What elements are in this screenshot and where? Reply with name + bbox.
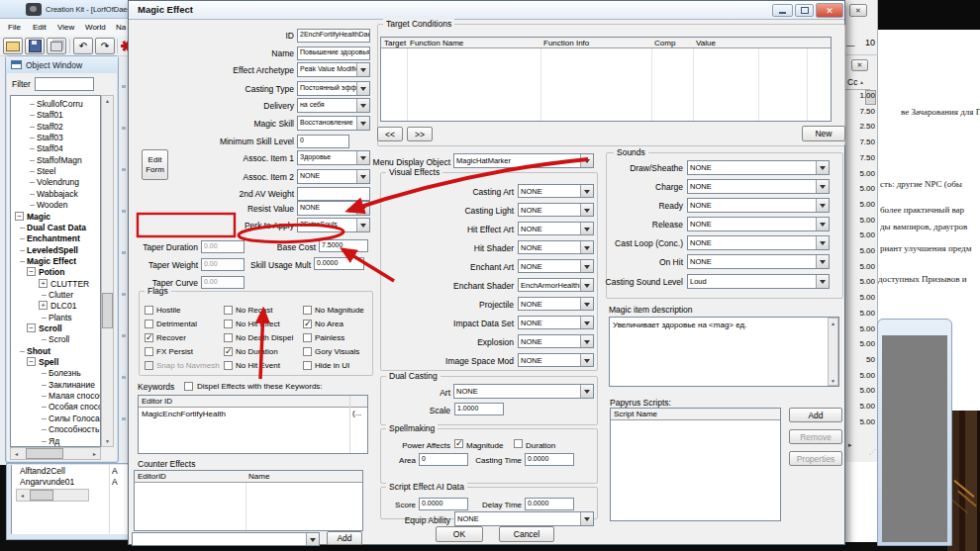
tree-item-staff03[interactable]: Staff03 (11, 133, 101, 143)
tree-item-staff04[interactable]: Staff04 (11, 143, 101, 154)
dual-art-dropdown[interactable]: NONE (453, 384, 594, 399)
chevron-down-icon[interactable] (356, 99, 369, 112)
chevron-down-icon[interactable] (356, 219, 369, 231)
menu-view[interactable]: View (57, 23, 74, 32)
projectile-dropdown[interactable]: NONE (518, 297, 594, 311)
tree-item-steel[interactable]: Steel (11, 166, 101, 177)
keyword-row[interactable]: MagicEnchFortifyHealth (142, 410, 226, 418)
minimize-button[interactable] (772, 4, 793, 17)
chevron-down-icon[interactable] (356, 151, 369, 164)
target-col[interactable]: Comp (651, 38, 693, 48)
tree-item-leveledspell[interactable]: LeveledSpell (11, 245, 101, 256)
chevron-down-icon[interactable] (356, 117, 369, 130)
assoc-item-1-dropdown[interactable]: Здоровье (297, 150, 370, 165)
tree-item-малая-способн[interactable]: Малая способн (11, 391, 101, 402)
scroll-up-icon[interactable]: ▲ (828, 319, 838, 327)
delay-time-input[interactable]: 0.0000 (525, 498, 574, 510)
hide-in-ui-checkbox[interactable] (303, 361, 312, 370)
ok-button[interactable]: OK (436, 526, 483, 542)
tree-item-staffofmagn[interactable]: StaffofMagn (11, 155, 101, 166)
target-col[interactable]: Target (381, 38, 407, 48)
target-col[interactable]: Value (693, 38, 758, 48)
painless-checkbox[interactable] (303, 333, 312, 342)
chevron-down-icon[interactable] (580, 354, 593, 366)
casting-sound-level-dropdown[interactable]: Loud (687, 274, 830, 289)
target-conditions-table[interactable] (380, 37, 832, 122)
target-col[interactable]: Function Name (407, 38, 540, 48)
fx-persist-checkbox[interactable] (145, 347, 153, 356)
close-icon[interactable]: ✕ (849, 4, 867, 17)
tree-item-magic[interactable]: −Magic (11, 212, 101, 223)
collapse-icon[interactable]: − (27, 267, 36, 276)
target-col[interactable] (758, 38, 807, 48)
tree-item-skullofcorru[interactable]: SkullofCorru (11, 99, 101, 110)
side-list-value[interactable]: 5.00 (844, 169, 875, 181)
menu-edit[interactable]: Edit (33, 23, 47, 32)
cell-row[interactable]: Alftand2Cell (20, 466, 65, 476)
chevron-down-icon[interactable] (356, 63, 369, 76)
chevron-down-icon[interactable] (580, 317, 593, 328)
side-list-column-header[interactable]: Cc (847, 77, 857, 87)
no-hit-effect-checkbox[interactable] (224, 320, 233, 328)
chevron-down-icon[interactable] (356, 202, 369, 215)
no-magnitude-checkbox[interactable] (303, 306, 312, 315)
side-list-value[interactable]: 7.50 (844, 107, 875, 119)
papyrus-header[interactable]: Script Name (611, 409, 780, 420)
close-button[interactable]: ✕ (816, 3, 843, 18)
menu-world[interactable]: World (85, 23, 106, 32)
chevron-down-icon[interactable] (580, 385, 593, 398)
side-list-value[interactable]: 5.00 (844, 371, 875, 383)
side-list-value[interactable]: 7.50 (844, 138, 875, 149)
scroll-left-icon[interactable]: ◄ (11, 447, 22, 460)
scroll-right-icon[interactable]: ▸ (848, 441, 852, 449)
equip-ability-dropdown[interactable]: NONE (454, 511, 594, 526)
chevron-down-icon[interactable] (816, 218, 829, 230)
counter-add-button[interactable]: Add (327, 531, 362, 545)
collapse-icon[interactable]: − (27, 357, 36, 366)
chevron-down-icon[interactable] (580, 298, 593, 310)
cancel-button[interactable]: Cancel (499, 526, 554, 542)
cell-row-col2[interactable]: A (112, 477, 118, 487)
delivery-dropdown[interactable]: на себя (297, 98, 370, 113)
scroll-right-icon[interactable]: ► (89, 447, 100, 460)
papyrus-scripts-table[interactable] (610, 408, 781, 521)
target-col[interactable]: Function Info (540, 38, 651, 48)
tree-item-spell[interactable]: −Spell (11, 357, 101, 368)
no-hit-event-checkbox[interactable] (224, 361, 233, 370)
skill-usage-mult-input[interactable]: 0.0000 (314, 257, 364, 270)
taper-weight-input[interactable]: 0.00 (201, 258, 245, 271)
resize-grip-icon[interactable]: ⋰ (869, 448, 876, 456)
cell-row[interactable]: Angarvunde01 (20, 477, 74, 487)
keywords-table-header[interactable]: Editor ID (139, 396, 367, 408)
filter-input[interactable] (35, 77, 94, 91)
tree-item-clutter[interactable]: +CLUTTER (11, 279, 101, 290)
name-input[interactable]: Повышение здоровья 2 (297, 46, 370, 60)
perk-to-apply-dropdown[interactable]: 2ExtraSouls (297, 218, 370, 232)
side-list-value[interactable]: 5.00 (844, 184, 875, 196)
side-list-value[interactable]: 50 (844, 355, 875, 367)
counter-col-name[interactable]: Name (245, 471, 355, 483)
dispel-keywords-checkbox[interactable] (184, 382, 193, 391)
save-button[interactable] (25, 38, 45, 54)
chevron-down-icon[interactable] (816, 236, 829, 249)
redo-button[interactable]: ↷ (95, 38, 115, 54)
tree-item-болезнь[interactable]: Болезнь (11, 368, 101, 379)
object-window-titlebar[interactable]: Object Window (6, 56, 118, 73)
tree-item-clutter[interactable]: Clutter (11, 290, 101, 301)
image-space-mod-dropdown[interactable]: NONE (518, 353, 594, 367)
assoc-item-2-dropdown[interactable]: NONE (297, 169, 370, 184)
chevron-down-icon[interactable] (816, 255, 829, 268)
ready-dropdown[interactable]: NONE (687, 198, 830, 213)
tree-item-dual-cast-data[interactable]: Dual Cast Data (11, 223, 101, 233)
no-duration-checkbox[interactable]: ✓ (224, 347, 233, 356)
tree-item-volendrung[interactable]: Volendrung (11, 177, 101, 188)
scroll-down-icon[interactable]: ▼ (101, 436, 114, 446)
chevron-down-icon[interactable] (356, 170, 369, 183)
tree-item-shout[interactable]: Shout (11, 346, 101, 357)
gory-visuals-checkbox[interactable] (303, 347, 312, 356)
side-list-value[interactable]: 5.00 (844, 324, 875, 336)
papyrus-remove-button[interactable]: Remove (789, 429, 842, 444)
detrimental-checkbox[interactable] (145, 320, 153, 328)
casting-time-input[interactable]: 0.0000 (525, 453, 574, 466)
tree-item-wooden[interactable]: Wooden (11, 200, 101, 211)
